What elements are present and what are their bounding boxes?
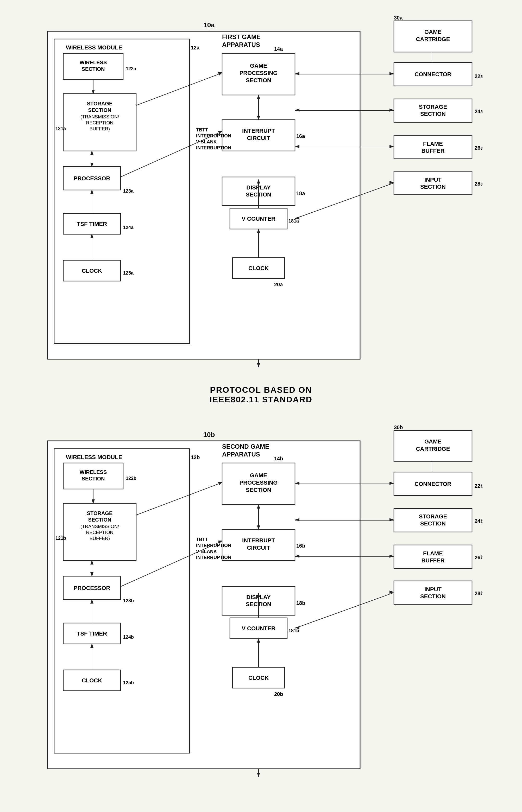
svg-text:CARTRIDGE: CARTRIDGE xyxy=(416,445,450,452)
svg-text:BUFFER: BUFFER xyxy=(421,148,444,154)
svg-text:CIRCUIT: CIRCUIT xyxy=(247,544,270,551)
svg-text:BUFFER: BUFFER xyxy=(421,557,444,564)
svg-text:INTERRUPTION: INTERRUPTION xyxy=(196,555,231,560)
clock-module-label-b: CLOCK xyxy=(81,677,102,684)
ref-181b: 181b xyxy=(288,628,299,633)
connector-label-b: CONNECTOR xyxy=(415,481,451,487)
svg-marker-65 xyxy=(389,145,394,148)
flame-buffer-label: FLAME xyxy=(423,141,443,147)
tbtt-text-label-b: TBTT xyxy=(196,537,208,542)
ref-18b: 18b xyxy=(296,600,305,606)
storage-section-label: STORAGE xyxy=(87,101,113,106)
first-diagram-svg: 10a GAME CARTRIDGE 30a CONNECTOR 22a STO… xyxy=(40,11,482,370)
second-game-apparatus-label: SECOND GAME xyxy=(222,443,269,450)
ref-12b: 12b xyxy=(191,454,200,460)
wireless-section-label-b: WIRELESS xyxy=(79,469,106,475)
svg-text:SECTION: SECTION xyxy=(246,77,271,84)
ref-10b: 10b xyxy=(203,431,215,439)
ref-20a: 20a xyxy=(274,282,283,287)
svg-text:SECTION: SECTION xyxy=(420,593,446,600)
processor-label-b: PROCESSOR xyxy=(74,585,110,591)
svg-rect-10 xyxy=(394,171,472,195)
svg-rect-84 xyxy=(54,449,189,753)
svg-text:PROCESSING: PROCESSING xyxy=(239,70,278,76)
svg-text:INTERRUPTION: INTERRUPTION xyxy=(196,133,231,139)
svg-text:RECEPTION: RECEPTION xyxy=(86,530,113,535)
svg-text:BUFFER): BUFFER) xyxy=(89,536,110,541)
game-cartridge-label-b: GAME xyxy=(424,438,442,445)
svg-rect-8 xyxy=(394,136,472,159)
storage-section-label-b: STORAGE xyxy=(87,511,113,516)
input-section-label: INPUT xyxy=(424,176,442,183)
first-diagram: 10a GAME CARTRIDGE 30a CONNECTOR 22a STO… xyxy=(40,11,482,370)
flame-buffer-label-b: FLAME xyxy=(423,550,443,557)
first-game-apparatus-label: FIRST GAME xyxy=(222,33,261,40)
processor-label: PROCESSOR xyxy=(74,175,110,182)
ref-20b: 20b xyxy=(274,691,283,697)
page: 10a GAME CARTRIDGE 30a CONNECTOR 22a STO… xyxy=(27,11,496,801)
ref-125b: 125b xyxy=(123,680,134,685)
svg-rect-12 xyxy=(54,39,189,343)
clock-module-label: CLOCK xyxy=(81,268,102,274)
svg-text:CIRCUIT: CIRCUIT xyxy=(247,135,270,141)
ref-16b: 16b xyxy=(296,543,305,549)
ref-123b: 123b xyxy=(123,598,134,603)
svg-text:SECTION: SECTION xyxy=(420,520,446,527)
tbtt-text-label: TBTT xyxy=(196,127,208,132)
ref-121a: 121a xyxy=(56,126,66,131)
svg-text:SECTION: SECTION xyxy=(420,111,446,117)
input-section-label-b: INPUT xyxy=(424,586,442,592)
svg-marker-70 xyxy=(257,363,260,368)
svg-marker-130 xyxy=(389,482,394,485)
game-cartridge-label: GAME xyxy=(424,29,442,35)
ref-14b: 14b xyxy=(274,456,283,461)
wireless-section-label: WIRELESS xyxy=(79,60,106,65)
svg-text:RECEPTION: RECEPTION xyxy=(86,120,113,125)
svg-text:(TRANSMISSION/: (TRANSMISSION/ xyxy=(80,114,119,120)
ref-30b: 30b xyxy=(394,424,403,430)
ref-26b: 26b xyxy=(475,555,482,560)
svg-marker-133 xyxy=(389,518,394,521)
ref-26a: 26a xyxy=(475,145,482,151)
game-processing-label: GAME xyxy=(250,62,267,69)
svg-text:SECTION: SECTION xyxy=(81,66,105,72)
ref-124b: 124b xyxy=(123,634,134,640)
ref-24b: 24b xyxy=(475,518,482,524)
svg-text:CARTRIDGE: CARTRIDGE xyxy=(416,36,450,42)
interrupt-circuit-label: INTERRUPT xyxy=(242,127,275,134)
svg-text:SECTION: SECTION xyxy=(88,517,111,523)
svg-marker-141 xyxy=(257,773,260,777)
svg-text:SECTION: SECTION xyxy=(81,476,105,481)
tsf-timer-label-b: TSF TIMER xyxy=(77,630,107,637)
v-counter-label-b: V COUNTER xyxy=(242,625,276,632)
v-counter-label: V COUNTER xyxy=(242,215,276,222)
svg-marker-62 xyxy=(389,108,394,112)
tsf-timer-label: TSF TIMER xyxy=(77,221,107,227)
ref-125a: 125a xyxy=(123,270,134,276)
ref-16a: 16a xyxy=(296,133,305,139)
svg-text:INTERRUPTION: INTERRUPTION xyxy=(196,543,231,548)
storage-section-r-label-b: STORAGE xyxy=(419,513,447,520)
svg-marker-136 xyxy=(389,555,394,558)
svg-text:(TRANSMISSION/: (TRANSMISSION/ xyxy=(80,524,119,529)
ref-22b: 22b xyxy=(475,483,482,489)
ref-122a: 122a xyxy=(126,66,136,71)
svg-text:INTERRUPTION: INTERRUPTION xyxy=(196,145,231,150)
ref-12a: 12a xyxy=(191,45,200,50)
svg-rect-82 xyxy=(394,581,472,604)
ref-123a: 123a xyxy=(123,188,134,194)
ref-124a: 124a xyxy=(123,225,134,230)
game-processing-label-b: GAME xyxy=(250,472,267,479)
svg-text:PROCESSING: PROCESSING xyxy=(239,479,278,486)
svg-text:SECTION: SECTION xyxy=(88,107,111,113)
svg-marker-59 xyxy=(389,72,394,75)
protocol-text: PROTOCOL BASED ON IEEE802.11 STANDARD xyxy=(209,385,313,404)
ref-18a: 18a xyxy=(296,190,305,196)
ref-14a: 14a xyxy=(274,46,283,52)
wireless-module-label-b: WIRELESS MODULE xyxy=(66,454,122,460)
svg-text:APPARATUS: APPARATUS xyxy=(222,451,260,458)
ref-28b: 28b xyxy=(475,590,482,596)
clock-main-label: CLOCK xyxy=(248,265,268,271)
connector-label-a: CONNECTOR xyxy=(415,71,451,78)
wireless-module-label-a: WIRELESS MODULE xyxy=(66,44,122,51)
